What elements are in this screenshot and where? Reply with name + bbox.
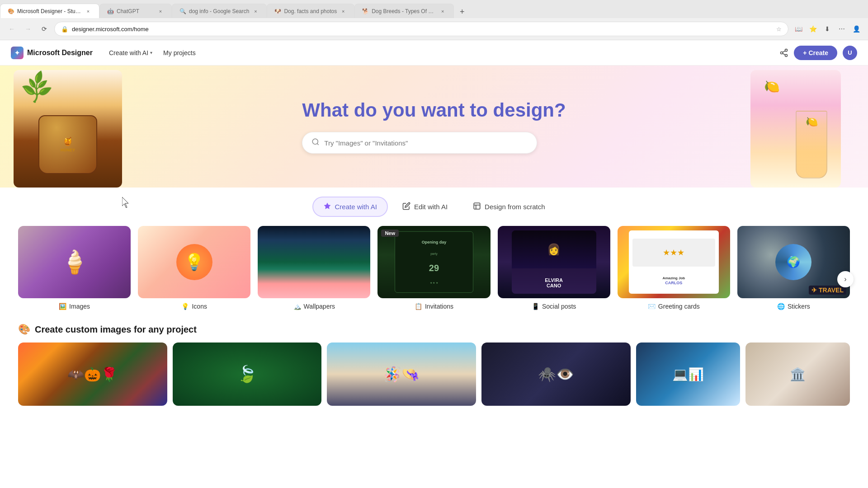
globe-sticker: 🌍 (775, 244, 811, 280)
wallpapers-thumbnail (258, 226, 370, 298)
tab-title: ChatGPT (117, 8, 154, 14)
invitations-category-icon: 📋 (415, 303, 422, 310)
create-button[interactable]: + Create (794, 46, 837, 60)
create-btn-label: + Create (803, 49, 828, 56)
category-label-social: 📱 Social posts (532, 303, 576, 310)
edit-with-ai-tab[interactable]: Edit with AI (392, 197, 458, 217)
design-scratch-icon (473, 202, 481, 211)
category-img-social: 👩 ELVIRACANO (498, 226, 610, 298)
stickers-category-icon: 🌐 (777, 303, 785, 310)
tab-dog-facts[interactable]: 🐶 Dog. facts and photos × (267, 4, 354, 18)
category-card-wallpapers[interactable]: 🏔️ Wallpapers (258, 226, 370, 310)
tab-microsoft-designer[interactable]: 🎨 Microsoft Designer - Stunning... × (0, 4, 99, 18)
tab-close-btn[interactable]: × (252, 8, 259, 15)
svg-point-0 (785, 49, 788, 51)
category-label-wallpapers: 🏔️ Wallpapers (293, 303, 335, 310)
favorites-icon[interactable]: ⭐ (807, 23, 819, 35)
forward-button[interactable]: → (22, 23, 34, 35)
downloads-icon[interactable]: ⬇ (821, 23, 834, 35)
category-img-invitations: Opening day party 29 ★ ★ ★ New (377, 226, 490, 298)
reload-button[interactable]: ⟳ (38, 23, 51, 35)
tab-title: Dog Breeds - Types Of Dogs -... (372, 8, 436, 14)
hero-right-image: 🍋 🍋 (750, 70, 841, 188)
category-card-icons[interactable]: 💡 💡 Icons (138, 226, 250, 310)
tab-title: Dog. facts and photos (284, 8, 337, 14)
tab-close-btn[interactable]: × (157, 8, 164, 15)
social-category-icon: 📱 (532, 303, 539, 310)
category-grid: 🖼️ Images 💡 💡 Icons (18, 226, 850, 310)
custom-card-sombrero[interactable]: 🪅👒 (327, 343, 476, 406)
svg-point-5 (313, 139, 318, 144)
create-ai-tab-label: Create with AI (335, 203, 377, 211)
tab-close-btn[interactable]: × (340, 8, 347, 15)
design-scratch-tab[interactable]: Design from scratch (462, 197, 556, 217)
chevron-down-icon: ▾ (150, 50, 152, 55)
custom-section-icon: 🎨 (18, 324, 30, 335)
create-with-ai-tab[interactable]: Create with AI (312, 197, 388, 217)
reader-mode-icon[interactable]: 📖 (792, 23, 805, 35)
invitations-category-text: Invitations (425, 303, 453, 310)
stickers-thumbnail: 🌍 ✈ TRAVEL (737, 226, 850, 298)
wallpapers-category-icon: 🏔️ (293, 303, 301, 310)
custom-images-grid: 🦇🎃🌹 🍃 🪅👒 🕷️👁️ 💻📊 🏛️ (18, 343, 850, 406)
category-card-stickers[interactable]: 🌍 ✈ TRAVEL 🌐 Stickers (737, 226, 850, 310)
lightbulb-decoration: 💡 (176, 244, 212, 280)
design-scratch-tab-label: Design from scratch (485, 203, 545, 211)
create-with-ai-nav[interactable]: Create with AI ▾ (104, 47, 158, 59)
new-badge-invitations: New (381, 230, 399, 237)
custom-card-leaves[interactable]: 🍃 (173, 343, 322, 406)
url-text: designer.microsoft.com/home (72, 26, 773, 33)
svg-line-4 (783, 51, 786, 52)
tab-dog-breeds[interactable]: 🐕 Dog Breeds - Types Of Dogs -... × (354, 4, 454, 18)
projects-nav-label: My projects (163, 49, 196, 56)
hero-search-bar[interactable] (302, 132, 537, 154)
tab-favicon: 🤖 (107, 8, 114, 14)
category-card-social[interactable]: 👩 ELVIRACANO 📱 Social posts (498, 226, 610, 310)
custom-card-architecture[interactable]: 🏛️ (745, 343, 850, 406)
new-tab-button[interactable]: + (456, 5, 468, 18)
lightbulb-icon-symbol: 💡 (184, 253, 204, 272)
tab-google-search[interactable]: 🔍 dog info - Google Search × (172, 4, 267, 18)
browser-toolbar: 📖 ⭐ ⬇ ⋯ 👤 (792, 23, 863, 35)
tab-close-btn[interactable]: × (439, 8, 446, 15)
profile-icon[interactable]: 👤 (850, 23, 863, 35)
action-tabs: Create with AI Edit with AI Design from … (0, 188, 868, 226)
category-card-invitations[interactable]: Opening day party 29 ★ ★ ★ New 📋 Invitat… (377, 226, 490, 310)
tab-bar: 🎨 Microsoft Designer - Stunning... × 🤖 C… (0, 0, 868, 18)
back-button[interactable]: ← (5, 23, 18, 35)
category-card-greeting[interactable]: ★★★ Amazing JobCARLOS ✉️ Greeting cards (618, 226, 730, 310)
category-img-images (18, 226, 131, 298)
user-avatar[interactable]: U (843, 46, 857, 60)
tab-title: Microsoft Designer - Stunning... (17, 8, 82, 14)
custom-images-section: 🎨 Create custom images for any project 🦇… (0, 319, 868, 415)
custom-card-halloween[interactable]: 🦇🎃🌹 (18, 343, 167, 406)
settings-icon[interactable]: ⋯ (835, 23, 848, 35)
category-section: 🖼️ Images 💡 💡 Icons (0, 226, 868, 319)
create-nav-label: Create with AI (109, 49, 148, 56)
star-icon[interactable]: ☆ (776, 26, 782, 33)
custom-card-tech[interactable]: 💻📊 (636, 343, 741, 406)
greeting-category-text: Greeting cards (658, 303, 700, 310)
tab-close-btn[interactable]: × (85, 8, 92, 15)
address-bar[interactable]: 🔒 designer.microsoft.com/home ☆ (54, 22, 788, 36)
tab-favicon: 🔍 (179, 8, 186, 14)
svg-point-2 (785, 54, 788, 56)
category-img-wallpapers (258, 226, 370, 298)
tab-favicon: 🐕 (362, 8, 369, 14)
tab-chatgpt[interactable]: 🤖 ChatGPT × (99, 4, 172, 18)
category-card-images[interactable]: 🖼️ Images (18, 226, 131, 310)
images-category-icon: 🖼️ (59, 303, 66, 310)
custom-card-halloween-dark[interactable]: 🕷️👁️ (481, 343, 631, 406)
search-input[interactable] (324, 139, 528, 147)
category-label-invitations: 📋 Invitations (415, 303, 453, 310)
svg-rect-6 (474, 203, 480, 209)
app-header: ✦ Microsoft Designer Create with AI ▾ My… (0, 40, 868, 66)
stickers-category-text: Stickers (788, 303, 810, 310)
invitations-thumbnail: Opening day party 29 ★ ★ ★ (377, 226, 490, 298)
category-label-greeting: ✉️ Greeting cards (648, 303, 700, 310)
search-icon (311, 138, 320, 148)
browser-chrome: 🎨 Microsoft Designer - Stunning... × 🤖 C… (0, 0, 868, 40)
share-icon[interactable] (776, 45, 792, 61)
category-next-button[interactable]: › (837, 271, 854, 287)
my-projects-nav[interactable]: My projects (158, 47, 201, 59)
